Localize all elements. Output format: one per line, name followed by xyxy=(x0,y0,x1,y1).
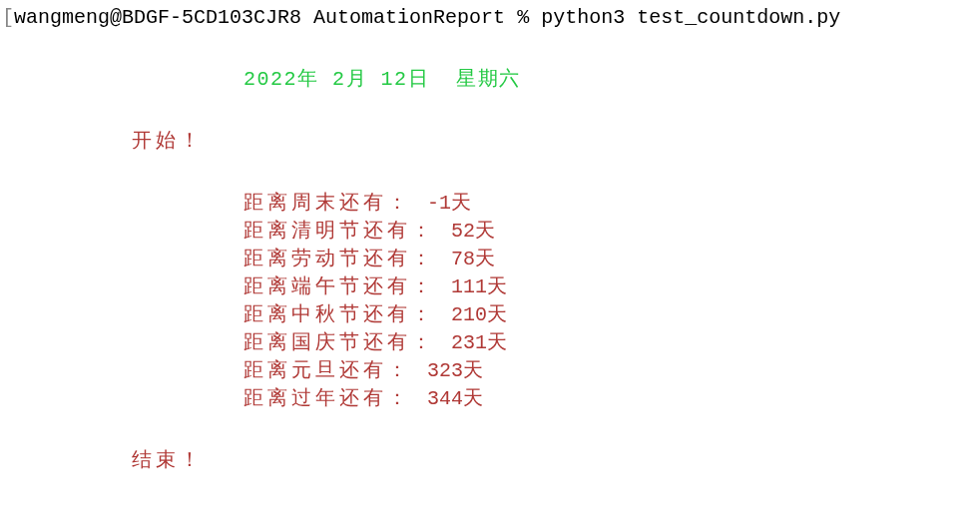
countdown-line: 距离端午节还有： 111天 xyxy=(244,273,980,301)
countdown-unit: 天 xyxy=(487,275,511,298)
countdown-days: 210 xyxy=(451,303,487,326)
countdown-days: 78 xyxy=(451,248,475,270)
countdown-prefix: 距离 xyxy=(244,359,291,382)
countdown-days: 111 xyxy=(451,275,487,298)
countdown-suffix: 还有： xyxy=(363,275,451,298)
countdown-suffix: 还有： xyxy=(363,331,451,354)
bracket-open: [ xyxy=(2,6,14,29)
countdown-suffix: 还有： xyxy=(339,387,427,410)
countdown-name: 国庆节 xyxy=(291,331,363,354)
countdown-name: 端午节 xyxy=(291,275,363,298)
countdown-line: 距离清明节还有： 52天 xyxy=(244,218,980,246)
countdown-name: 周末 xyxy=(291,192,339,215)
countdown-name: 过年 xyxy=(291,387,339,410)
countdown-days: 323 xyxy=(427,359,463,382)
shell-host: BDGF-5CD103CJR8 xyxy=(122,6,301,29)
countdown-unit: 天 xyxy=(487,303,511,326)
countdown-days: 52 xyxy=(451,220,475,243)
end-label: 结束！ xyxy=(0,413,980,475)
countdown-line: 距离国庆节还有： 231天 xyxy=(244,329,980,357)
countdown-prefix: 距离 xyxy=(244,220,291,243)
countdown-line: 距离周末还有： -1天 xyxy=(244,190,980,218)
countdown-name: 清明节 xyxy=(291,220,363,243)
countdown-prefix: 距离 xyxy=(244,275,291,298)
countdown-name: 劳动节 xyxy=(291,248,363,270)
countdown-days: 231 xyxy=(451,331,487,354)
countdown-line: 距离中秋节还有： 210天 xyxy=(244,301,980,329)
shell-command: python3 test_countdown.py xyxy=(541,6,840,29)
countdown-prefix: 距离 xyxy=(244,192,291,215)
countdown-line: 距离元旦还有： 323天 xyxy=(244,357,980,385)
countdown-line: 距离劳动节还有： 78天 xyxy=(244,246,980,273)
shell-cwd: AutomationReport xyxy=(313,6,505,29)
countdown-suffix: 还有： xyxy=(339,192,427,215)
countdown-prefix: 距离 xyxy=(244,303,291,326)
date-header: 2022年 2月 12日 星期六 xyxy=(0,32,980,94)
countdown-suffix: 还有： xyxy=(339,359,427,382)
countdown-name: 元旦 xyxy=(291,359,339,382)
shell-user: wangmeng xyxy=(14,6,110,29)
countdown-unit: 天 xyxy=(475,248,499,270)
countdown-suffix: 还有： xyxy=(363,303,451,326)
countdown-unit: 天 xyxy=(475,220,499,243)
countdown-prefix: 距离 xyxy=(244,387,291,410)
countdown-suffix: 还有： xyxy=(363,248,451,270)
shell-prompt-symbol: % xyxy=(517,6,529,29)
countdown-prefix: 距离 xyxy=(244,248,291,270)
shell-prompt-line: [wangmeng@BDGF-5CD103CJR8 AutomationRepo… xyxy=(0,0,980,32)
countdown-line: 距离过年还有： 344天 xyxy=(244,385,980,413)
countdown-unit: 天 xyxy=(463,359,487,382)
start-label: 开始！ xyxy=(0,94,980,156)
countdown-days: -1 xyxy=(427,192,451,215)
countdown-prefix: 距离 xyxy=(244,331,291,354)
countdown-suffix: 还有： xyxy=(363,220,451,243)
countdown-unit: 天 xyxy=(451,192,475,215)
countdown-days: 344 xyxy=(427,387,463,410)
countdown-unit: 天 xyxy=(463,387,487,410)
countdown-name: 中秋节 xyxy=(291,303,363,326)
countdown-unit: 天 xyxy=(487,331,511,354)
countdown-list: 距离周末还有： -1天距离清明节还有： 52天距离劳动节还有： 78天距离端午节… xyxy=(0,156,980,413)
